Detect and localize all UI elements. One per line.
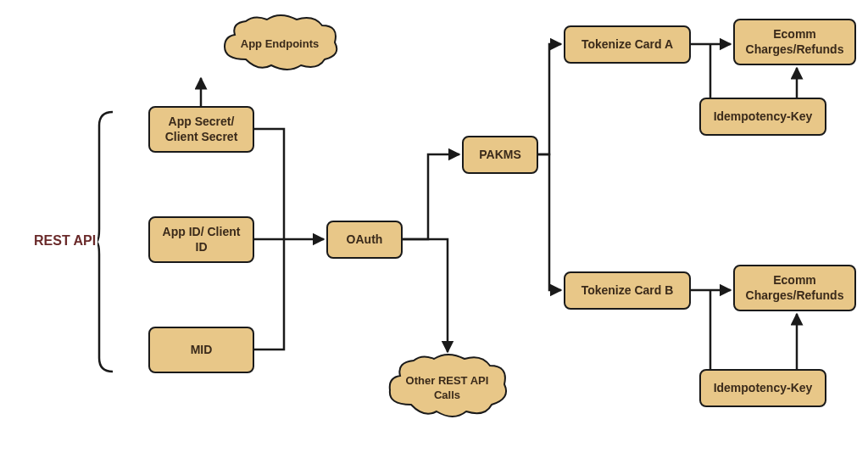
- rest-api-label: REST API: [34, 233, 96, 249]
- idempotency-a-node: Idempotency-Key: [699, 98, 826, 136]
- app-id-node: App ID/ Client ID: [148, 216, 254, 263]
- ecomm-a-node: Ecomm Charges/Refunds: [733, 19, 856, 65]
- app-endpoints-cloud: App Endpoints: [216, 13, 343, 76]
- mid-node: MID: [148, 327, 254, 373]
- other-calls-cloud: Other REST API Calls: [381, 352, 513, 424]
- app-endpoints-text: App Endpoints: [227, 37, 332, 52]
- app-secret-node: App Secret/ Client Secret: [148, 106, 254, 153]
- idempotency-b-node: Idempotency-Key: [699, 369, 826, 407]
- tokenize-a-node: Tokenize Card A: [564, 25, 691, 64]
- tokenize-b-node: Tokenize Card B: [564, 271, 691, 310]
- other-calls-text: Other REST API Calls: [381, 374, 513, 403]
- rest-api-bracket: [97, 110, 114, 373]
- ecomm-b-node: Ecomm Charges/Refunds: [733, 265, 856, 311]
- pakms-node: PAKMS: [462, 136, 538, 174]
- oauth-node: OAuth: [326, 221, 403, 259]
